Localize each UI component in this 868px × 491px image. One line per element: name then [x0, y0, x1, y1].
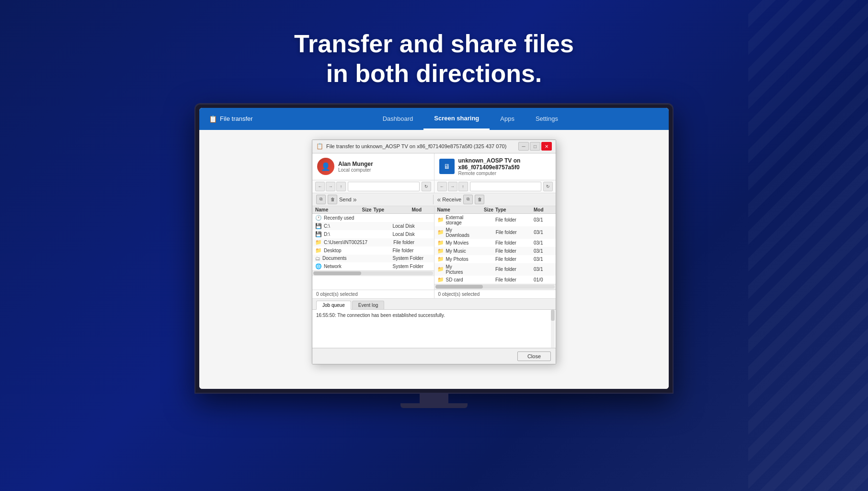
file-icon-folder: 📁: [315, 239, 322, 246]
list-item[interactable]: 📁 My Pictures File folder 03/1: [434, 263, 556, 276]
decorative-lines: [748, 0, 868, 491]
file-icon-folder: 📁: [437, 277, 444, 283]
send-label: Send »: [339, 195, 357, 204]
file-icon-folder: 📁: [437, 266, 444, 272]
file-icon-sys: 🌐: [315, 263, 322, 269]
hero-line2: in both directions.: [326, 59, 542, 87]
local-fwd-btn[interactable]: →: [326, 182, 335, 191]
send-recv-bar: ⧉ 🗑 Send » « Receive: [312, 193, 556, 206]
remote-refresh-btn[interactable]: ↻: [543, 182, 553, 191]
brand-label: File transfer: [220, 115, 253, 122]
monitor-stand-neck: [420, 394, 448, 403]
file-transfer-dialog: 📋 File transfer to unknown_AOSP TV on x8…: [312, 140, 556, 364]
nav-settings[interactable]: Settings: [525, 108, 569, 130]
local-scrollbar[interactable]: [312, 270, 434, 276]
local-col-name: Name: [315, 207, 347, 212]
remote-pane-info: unknown_AOSP TV on x86_f071409e8757a5f0 …: [458, 157, 551, 176]
local-up-btn[interactable]: ↑: [336, 182, 346, 191]
monitor-wrapper: 📋 File transfer Dashboard Screen sharing…: [194, 103, 674, 408]
remote-scrollbar[interactable]: [434, 284, 556, 290]
list-item[interactable]: 📁 Desktop File folder: [312, 246, 434, 255]
dialog-win-buttons: ─ □ ✕: [518, 142, 552, 151]
list-item[interactable]: 📁 My Music File folder 03/1: [434, 247, 556, 255]
log-text: 16:55:50: The connection has been establ…: [316, 313, 445, 318]
send-arrow-icon: »: [353, 196, 357, 203]
user-avatar: 👤: [317, 158, 334, 175]
remote-file-header: Name Size Type Mod: [434, 206, 556, 214]
app-topbar: 📋 File transfer Dashboard Screen sharing…: [199, 108, 669, 130]
hero-section: Transfer and share files in both directi…: [294, 29, 574, 89]
list-item[interactable]: 📁 My Downloads File folder 03/1: [434, 226, 556, 239]
local-pane-header: 👤 Alan Munger Local computer: [312, 153, 434, 180]
dialog-title-text: File transfer to unknown_AOSP TV on x86_…: [326, 143, 518, 149]
local-status: 0 object(s) selected: [312, 290, 434, 298]
file-icon-folder: 📁: [437, 256, 444, 262]
remote-scrollbar-thumb: [435, 285, 483, 289]
hero-line1: Transfer and share files: [294, 30, 574, 58]
dialog-tabs: Job queue Event log: [312, 299, 556, 310]
local-toolbar: ← → ↑ ↻: [312, 180, 434, 193]
local-user-name: Alan Munger: [338, 161, 373, 167]
list-item[interactable]: 📁 My Photos File folder 03/1: [434, 255, 556, 263]
local-scrollbar-thumb: [313, 271, 361, 275]
file-icon-special: 🕐: [315, 215, 322, 221]
dialog-title-icon: 📋: [316, 143, 323, 150]
remote-up-btn[interactable]: ↑: [458, 182, 468, 191]
app-brand: 📋 File transfer: [209, 115, 253, 123]
list-item[interactable]: 📁 SD card File folder 01/0: [434, 276, 556, 284]
monitor-screen: 📋 File transfer Dashboard Screen sharing…: [199, 108, 669, 389]
remote-path-input[interactable]: [470, 182, 542, 191]
remote-col-type: Type: [495, 207, 534, 212]
file-icon-folder: 📁: [437, 240, 444, 246]
file-icon-folder: 📁: [437, 229, 444, 235]
remote-col-mod: Mod: [534, 207, 553, 212]
nav-screen-sharing[interactable]: Screen sharing: [423, 108, 490, 130]
file-icon-folder: 📁: [437, 217, 444, 223]
list-item[interactable]: 💾 D:\ Local Disk: [312, 230, 434, 238]
panes-header: 👤 Alan Munger Local computer 🖥 unknown_A…: [312, 153, 556, 180]
file-icon-disk: 💾: [315, 223, 322, 229]
list-item[interactable]: 🌐 Network System Folder: [312, 262, 434, 270]
remote-back-btn[interactable]: ←: [437, 182, 447, 191]
app-nav: Dashboard Screen sharing Apps Settings: [282, 108, 659, 130]
list-item[interactable]: 📁 My Movies File folder 03/1: [434, 239, 556, 247]
copy-remote-btn[interactable]: ⧉: [463, 195, 473, 204]
brand-icon: 📋: [209, 115, 217, 123]
local-pane-info: Alan Munger Local computer: [338, 161, 373, 173]
remote-fwd-btn[interactable]: →: [448, 182, 457, 191]
minimize-button[interactable]: ─: [518, 142, 529, 151]
local-refresh-btn[interactable]: ↻: [422, 182, 431, 191]
nav-dashboard[interactable]: Dashboard: [372, 108, 424, 130]
nav-apps[interactable]: Apps: [490, 108, 525, 130]
close-dialog-button[interactable]: Close: [517, 351, 551, 361]
app-content: 📋 File transfer to unknown_AOSP TV on x8…: [199, 130, 669, 389]
remote-file-pane: Name Size Type Mod 📁 External storage: [434, 206, 556, 290]
file-icon-disk: 💾: [315, 231, 322, 237]
list-item[interactable]: 🕐 Recently used: [312, 214, 434, 222]
log-scrollbar[interactable]: [551, 310, 555, 348]
local-col-size: Size: [347, 207, 374, 212]
maximize-button[interactable]: □: [530, 142, 540, 151]
remote-user-sub: Remote computer: [458, 171, 551, 176]
list-item[interactable]: 📁 External storage File folder 03/1: [434, 214, 556, 226]
avatar-image: 👤: [317, 158, 334, 175]
log-area: 16:55:50: The connection has been establ…: [312, 310, 556, 348]
delete-remote-btn[interactable]: 🗑: [475, 195, 484, 204]
dialog-close-button[interactable]: ✕: [541, 142, 552, 151]
local-col-mod: Mod: [412, 207, 431, 212]
local-path-input[interactable]: [348, 182, 420, 191]
list-item[interactable]: 📁 C:\Users\INT002517 File folder: [312, 238, 434, 246]
copy-local-btn[interactable]: ⧉: [316, 195, 326, 204]
delete-local-btn[interactable]: 🗑: [328, 195, 337, 204]
list-item[interactable]: 💾 C:\ Local Disk: [312, 222, 434, 230]
file-icon-folder: 📁: [315, 247, 322, 254]
receive-arrow-icon: «: [437, 196, 441, 203]
remote-col-name: Name: [437, 207, 469, 212]
remote-pane-header: 🖥 unknown_AOSP TV on x86_f071409e8757a5f…: [434, 153, 556, 180]
tab-job-queue[interactable]: Job queue: [316, 301, 351, 310]
remote-user-name: unknown_AOSP TV on x86_f071409e8757a5f0: [458, 157, 551, 171]
local-back-btn[interactable]: ←: [315, 182, 325, 191]
tab-event-log[interactable]: Event log: [352, 301, 385, 309]
receive-side: « Receive ⧉ 🗑: [433, 195, 552, 204]
list-item[interactable]: 🗂 Documents System Folder: [312, 255, 434, 262]
